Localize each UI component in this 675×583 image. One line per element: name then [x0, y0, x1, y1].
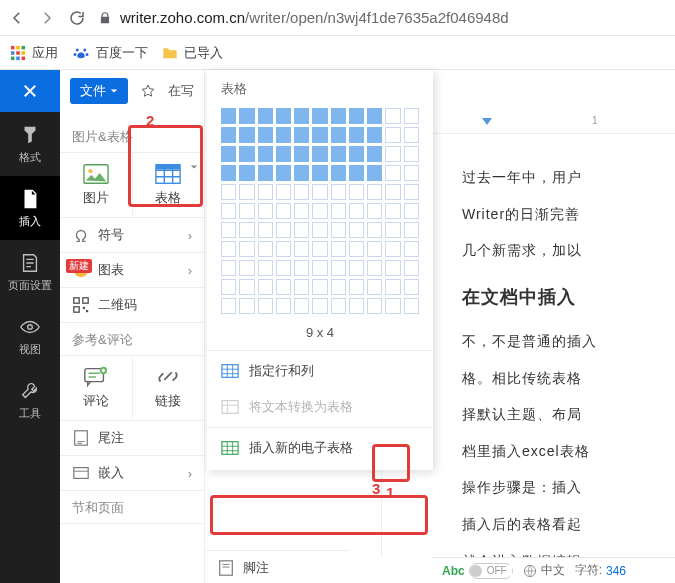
- grid-cell[interactable]: [349, 222, 364, 238]
- grid-cell[interactable]: [331, 279, 346, 295]
- grid-cell[interactable]: [276, 222, 291, 238]
- grid-cell[interactable]: [404, 298, 419, 314]
- grid-cell[interactable]: [276, 108, 291, 124]
- grid-cell[interactable]: [221, 222, 236, 238]
- grid-cell[interactable]: [367, 241, 382, 257]
- bookmark-imported[interactable]: 已导入: [162, 44, 223, 62]
- grid-cell[interactable]: [312, 165, 327, 181]
- grid-cell[interactable]: [258, 222, 273, 238]
- grid-cell[interactable]: [276, 165, 291, 181]
- grid-cell[interactable]: [239, 127, 254, 143]
- grid-cell[interactable]: [221, 279, 236, 295]
- apps-button[interactable]: 应用: [10, 44, 58, 62]
- grid-cell[interactable]: [294, 108, 309, 124]
- insert-footnote-button[interactable]: 脚注: [205, 550, 350, 583]
- indent-marker-icon[interactable]: [482, 118, 492, 128]
- grid-cell[interactable]: [385, 184, 400, 200]
- grid-cell[interactable]: [294, 260, 309, 276]
- grid-cell[interactable]: [312, 222, 327, 238]
- grid-cell[interactable]: [221, 241, 236, 257]
- grid-cell[interactable]: [367, 222, 382, 238]
- grid-cell[interactable]: [385, 260, 400, 276]
- grid-cell[interactable]: [349, 279, 364, 295]
- grid-cell[interactable]: [349, 127, 364, 143]
- grid-cell[interactable]: [349, 108, 364, 124]
- insert-symbol-button[interactable]: 符号 ›: [60, 218, 204, 253]
- rail-page-setup[interactable]: 页面设置: [0, 240, 60, 304]
- grid-cell[interactable]: [294, 146, 309, 162]
- document-content[interactable]: 过去一年中，用户 Writer的日渐完善 几个新需求，加以 在文档中插入 不，不…: [432, 134, 675, 583]
- grid-cell[interactable]: [276, 279, 291, 295]
- grid-cell[interactable]: [294, 165, 309, 181]
- grid-cell[interactable]: [349, 260, 364, 276]
- grid-cell[interactable]: [276, 260, 291, 276]
- grid-cell[interactable]: [221, 165, 236, 181]
- grid-cell[interactable]: [312, 241, 327, 257]
- grid-cell[interactable]: [239, 279, 254, 295]
- nav-reload-icon[interactable]: [68, 9, 86, 27]
- grid-cell[interactable]: [221, 260, 236, 276]
- grid-cell[interactable]: [367, 146, 382, 162]
- grid-cell[interactable]: [312, 279, 327, 295]
- grid-cell[interactable]: [385, 298, 400, 314]
- grid-cell[interactable]: [312, 203, 327, 219]
- grid-cell[interactable]: [312, 260, 327, 276]
- grid-cell[interactable]: [331, 184, 346, 200]
- grid-cell[interactable]: [349, 203, 364, 219]
- grid-cell[interactable]: [221, 184, 236, 200]
- grid-cell[interactable]: [239, 222, 254, 238]
- grid-cell[interactable]: [294, 184, 309, 200]
- grid-cell[interactable]: [312, 298, 327, 314]
- popup-insert-spreadsheet[interactable]: 插入新的电子表格: [207, 430, 433, 466]
- grid-cell[interactable]: [367, 127, 382, 143]
- char-count[interactable]: 字符: 346: [575, 562, 626, 579]
- grid-cell[interactable]: [294, 222, 309, 238]
- grid-cell[interactable]: [367, 279, 382, 295]
- grid-cell[interactable]: [258, 184, 273, 200]
- grid-cell[interactable]: [276, 127, 291, 143]
- grid-cell[interactable]: [331, 108, 346, 124]
- grid-cell[interactable]: [331, 165, 346, 181]
- grid-cell[interactable]: [258, 165, 273, 181]
- nav-back-icon[interactable]: [8, 9, 26, 27]
- grid-cell[interactable]: [331, 260, 346, 276]
- grid-cell[interactable]: [367, 298, 382, 314]
- grid-cell[interactable]: [221, 127, 236, 143]
- insert-embed-button[interactable]: 嵌入 ›: [60, 456, 204, 491]
- insert-table-button[interactable]: 表格: [133, 153, 205, 217]
- grid-cell[interactable]: [331, 203, 346, 219]
- language-indicator[interactable]: 中文: [523, 562, 565, 579]
- insert-image-button[interactable]: 图片: [60, 153, 133, 217]
- grid-cell[interactable]: [385, 108, 400, 124]
- grid-cell[interactable]: [258, 203, 273, 219]
- grid-cell[interactable]: [385, 279, 400, 295]
- grid-cell[interactable]: [258, 279, 273, 295]
- address-bar[interactable]: writer.zoho.com.cn/writer/open/n3wj4f1de…: [98, 9, 667, 26]
- grid-cell[interactable]: [404, 260, 419, 276]
- grid-cell[interactable]: [239, 184, 254, 200]
- file-menu-button[interactable]: 文件: [70, 78, 128, 104]
- insert-endnote-button[interactable]: 尾注: [60, 421, 204, 456]
- grid-cell[interactable]: [294, 298, 309, 314]
- grid-cell[interactable]: [331, 127, 346, 143]
- grid-cell[interactable]: [276, 184, 291, 200]
- grid-cell[interactable]: [367, 203, 382, 219]
- rail-view[interactable]: 视图: [0, 304, 60, 368]
- grid-cell[interactable]: [239, 108, 254, 124]
- grid-cell[interactable]: [367, 184, 382, 200]
- insert-comment-button[interactable]: 评论: [60, 356, 133, 420]
- grid-cell[interactable]: [258, 298, 273, 314]
- grid-cell[interactable]: [239, 165, 254, 181]
- grid-cell[interactable]: [221, 203, 236, 219]
- grid-cell[interactable]: [258, 241, 273, 257]
- grid-cell[interactable]: [385, 222, 400, 238]
- star-icon[interactable]: [140, 83, 156, 99]
- insert-chart-button[interactable]: 新建 图表 ›: [60, 253, 204, 288]
- nav-forward-icon[interactable]: [38, 9, 56, 27]
- grid-cell[interactable]: [331, 241, 346, 257]
- grid-cell[interactable]: [331, 146, 346, 162]
- rail-tools[interactable]: 工具: [0, 368, 60, 432]
- grid-cell[interactable]: [349, 298, 364, 314]
- table-grid-picker[interactable]: [207, 104, 433, 319]
- grid-cell[interactable]: [312, 184, 327, 200]
